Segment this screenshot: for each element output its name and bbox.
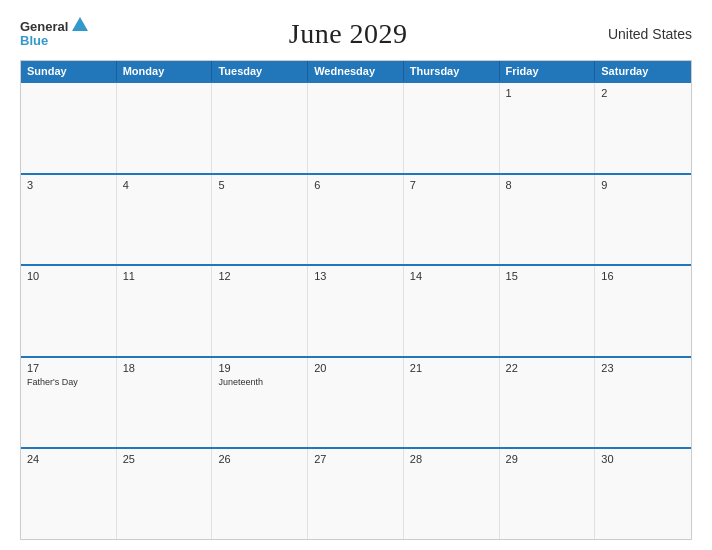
cal-cell [308, 83, 404, 173]
cal-cell: 1 [500, 83, 596, 173]
cal-cell: 22 [500, 358, 596, 448]
cal-cell: 13 [308, 266, 404, 356]
weekday-header-friday: Friday [500, 61, 596, 81]
weekday-header-sunday: Sunday [21, 61, 117, 81]
day-number: 12 [218, 270, 301, 282]
day-number: 16 [601, 270, 685, 282]
week-row-1: 3456789 [21, 173, 691, 265]
day-number: 27 [314, 453, 397, 465]
day-number: 18 [123, 362, 206, 374]
cal-cell: 10 [21, 266, 117, 356]
day-number: 6 [314, 179, 397, 191]
day-number: 4 [123, 179, 206, 191]
day-number: 25 [123, 453, 206, 465]
day-number: 19 [218, 362, 301, 374]
logo-blue-text: Blue [20, 34, 48, 48]
weekday-header-tuesday: Tuesday [212, 61, 308, 81]
calendar-page: General Blue June 2029 United States Sun… [0, 0, 712, 550]
week-row-2: 10111213141516 [21, 264, 691, 356]
cal-cell: 18 [117, 358, 213, 448]
week-row-4: 24252627282930 [21, 447, 691, 539]
cal-cell [21, 83, 117, 173]
day-number: 24 [27, 453, 110, 465]
cal-cell: 27 [308, 449, 404, 539]
day-number: 2 [601, 87, 685, 99]
weekday-header-monday: Monday [117, 61, 213, 81]
logo-general-text: General [20, 20, 68, 34]
cal-cell: 23 [595, 358, 691, 448]
cal-cell: 17Father's Day [21, 358, 117, 448]
header: General Blue June 2029 United States [20, 18, 692, 50]
day-number: 14 [410, 270, 493, 282]
day-event: Father's Day [27, 377, 110, 387]
weekday-header-wednesday: Wednesday [308, 61, 404, 81]
cal-cell: 26 [212, 449, 308, 539]
cal-cell: 19Juneteenth [212, 358, 308, 448]
cal-cell: 24 [21, 449, 117, 539]
cal-cell: 6 [308, 175, 404, 265]
day-number: 9 [601, 179, 685, 191]
day-number: 3 [27, 179, 110, 191]
day-number: 21 [410, 362, 493, 374]
logo: General Blue [20, 20, 88, 49]
cal-cell: 25 [117, 449, 213, 539]
day-number: 11 [123, 270, 206, 282]
cal-cell [117, 83, 213, 173]
day-number: 13 [314, 270, 397, 282]
cal-cell: 29 [500, 449, 596, 539]
weekday-header-saturday: Saturday [595, 61, 691, 81]
day-number: 23 [601, 362, 685, 374]
cal-cell [404, 83, 500, 173]
weekday-header-thursday: Thursday [404, 61, 500, 81]
cal-cell: 9 [595, 175, 691, 265]
cal-cell: 7 [404, 175, 500, 265]
cal-cell: 28 [404, 449, 500, 539]
cal-cell: 15 [500, 266, 596, 356]
cal-cell: 4 [117, 175, 213, 265]
calendar-header-row: SundayMondayTuesdayWednesdayThursdayFrid… [21, 61, 691, 81]
logo-triangle-icon [72, 17, 88, 31]
day-number: 5 [218, 179, 301, 191]
day-number: 30 [601, 453, 685, 465]
day-number: 7 [410, 179, 493, 191]
day-number: 10 [27, 270, 110, 282]
day-number: 26 [218, 453, 301, 465]
cal-cell: 16 [595, 266, 691, 356]
cal-cell: 21 [404, 358, 500, 448]
day-number: 28 [410, 453, 493, 465]
day-number: 17 [27, 362, 110, 374]
cal-cell: 20 [308, 358, 404, 448]
cal-cell: 14 [404, 266, 500, 356]
day-event: Juneteenth [218, 377, 301, 387]
day-number: 22 [506, 362, 589, 374]
cal-cell: 12 [212, 266, 308, 356]
day-number: 15 [506, 270, 589, 282]
calendar-grid: SundayMondayTuesdayWednesdayThursdayFrid… [20, 60, 692, 540]
day-number: 8 [506, 179, 589, 191]
cal-cell: 2 [595, 83, 691, 173]
week-row-0: 12 [21, 81, 691, 173]
day-number: 1 [506, 87, 589, 99]
cal-cell: 3 [21, 175, 117, 265]
cal-cell [212, 83, 308, 173]
calendar-body: 1234567891011121314151617Father's Day181… [21, 81, 691, 539]
cal-cell: 5 [212, 175, 308, 265]
calendar-title: June 2029 [289, 18, 408, 50]
country-label: United States [608, 26, 692, 42]
cal-cell: 11 [117, 266, 213, 356]
cal-cell: 8 [500, 175, 596, 265]
day-number: 29 [506, 453, 589, 465]
cal-cell: 30 [595, 449, 691, 539]
day-number: 20 [314, 362, 397, 374]
week-row-3: 17Father's Day1819Juneteenth20212223 [21, 356, 691, 448]
